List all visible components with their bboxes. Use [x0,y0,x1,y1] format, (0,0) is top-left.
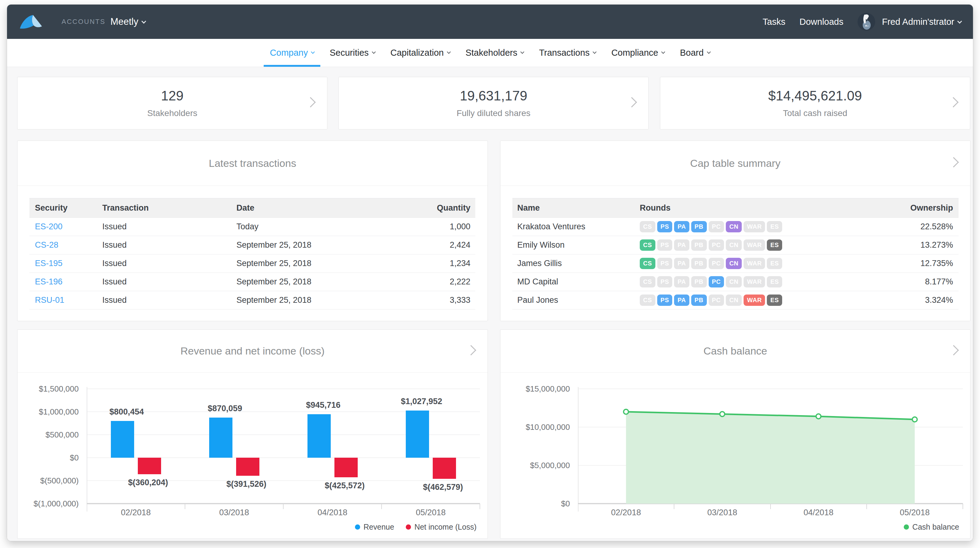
ownership-value: 13.273% [920,236,953,254]
rounds-badges: CSPSPAPBPCCNWARES [640,218,782,236]
table-row: CS-28 Issued September 25, 2018 2,424 [29,236,475,254]
y-axis-tick-label: $(500,000) [21,476,79,485]
security-link[interactable]: RSU-01 [35,291,64,309]
column-header: Date [236,199,255,218]
round-badge-pb: PB [691,221,707,232]
x-axis-label: 04/2018 [788,508,849,517]
tab-stakeholders[interactable]: Stakeholders [460,39,530,67]
round-badge-ps: PS [657,276,673,288]
x-axis-tick [674,504,675,509]
stat-card-stakeholders[interactable]: 129 Stakeholders [17,77,328,130]
brand-logo-icon[interactable] [19,14,43,30]
round-badge-ps: PS [657,258,673,269]
round-badge-war: WAR [744,276,765,288]
x-axis-label: 05/2018 [400,508,461,517]
nav-left: ACCOUNTS Meetly [19,14,145,30]
data-point-marker [912,417,917,422]
round-badge-pb: PB [691,294,707,306]
stat-label: Total cash raised [783,108,847,118]
tab-compliance[interactable]: Compliance [605,39,671,67]
rounds-badges: CSPSPAPBPCCNWARES [640,273,782,291]
y-axis-tick-label: $10,000,000 [503,423,570,432]
round-badge-pc: PC [709,240,724,251]
round-badge-ps: PS [657,294,673,306]
bar-value-label: $(360,204) [111,478,185,488]
stakeholder-name: James Gillis [517,254,562,272]
cap-table-summary-card: Cap table summary Name Rounds Ownership … [500,141,970,321]
security-link[interactable]: CS-28 [35,236,59,254]
cap-table: Name Rounds Ownership Krakatoa Ventures … [512,198,959,310]
user-avatar[interactable] [858,13,875,31]
round-badge-war: WAR [744,258,765,269]
stat-label: Stakeholders [147,108,197,118]
data-point-marker [720,412,725,417]
data-point-marker [816,414,821,419]
chart-legend: Cash balance [500,523,959,532]
stat-value: $14,495,621.09 [768,88,862,103]
stakeholder-name: Krakatoa Ventures [517,218,585,236]
legend-label: Net income (Loss) [414,523,477,532]
chevron-down-icon [520,50,524,54]
y-axis-tick-label: $0 [21,453,79,462]
chevron-down-icon [311,50,315,54]
tab-board[interactable]: Board [674,39,716,67]
legend-dot [406,524,411,530]
chevron-right-icon[interactable] [466,345,476,356]
security-link[interactable]: ES-195 [35,254,62,272]
cash-balance-card: Cash balance $15,000,000$10,000,000$5,00… [500,329,970,539]
round-badge-cs: CS [640,276,655,288]
nav-right: Tasks Downloads Fred Admin'strator [762,13,961,31]
cash-balance-plot [578,389,963,504]
round-badge-war: WAR [744,294,765,306]
stat-card-total-cash-raised[interactable]: $14,495,621.09 Total cash raised [660,77,970,130]
table-row: James Gillis CSPSPAPBPCCNWARES 12.735% [512,254,959,273]
revenue-bar [209,418,232,458]
tasks-link[interactable]: Tasks [762,17,785,27]
legend-dot [355,524,360,530]
round-badge-cn: CN [726,258,742,269]
stat-value: 19,631,179 [460,88,527,103]
column-header: Security [35,199,68,218]
table-row: MD Capital CSPSPAPBPCCNWARES 8.177% [512,273,959,291]
chevron-right-icon[interactable] [948,345,959,356]
table-row: ES-200 Issued Today 1,000 [29,218,475,236]
x-axis-label: 04/2018 [302,508,363,517]
card-title: Cap table summary [690,157,781,169]
round-badge-pb: PB [691,258,707,269]
chevron-down-icon[interactable] [957,19,962,24]
round-badge-es: ES [767,258,782,269]
security-link[interactable]: ES-196 [35,273,62,291]
stat-card-fully-diluted-shares[interactable]: 19,631,179 Fully diluted shares [339,77,649,130]
chevron-down-icon [372,50,376,54]
ownership-value: 3.324% [925,291,953,309]
net-income-bar [138,458,161,474]
tab-transactions[interactable]: Transactions [533,39,602,67]
transactions-table: Security Transaction Date Quantity ES-20… [29,198,475,310]
round-badge-pc: PC [709,276,724,288]
downloads-link[interactable]: Downloads [800,17,843,27]
x-axis-tick [381,504,382,509]
round-badge-pa: PA [674,221,689,232]
chevron-down-icon[interactable] [141,19,146,24]
round-badge-pa: PA [674,276,689,288]
chevron-down-icon [661,50,665,54]
round-badge-cs: CS [640,258,655,269]
tab-capitalization[interactable]: Capitalization [384,39,456,67]
user-menu[interactable]: Fred Admin'strator [882,17,954,27]
revenue-bar [406,411,429,458]
table-header-row: Name Rounds Ownership [512,198,959,218]
tab-company[interactable]: Company [264,39,320,67]
card-header: Latest transactions [18,141,488,186]
bar-value-label: $800,454 [90,407,164,417]
security-link[interactable]: ES-200 [35,218,62,236]
x-axis-label: 02/2018 [595,508,657,517]
revenue-bar [111,421,134,458]
tab-securities[interactable]: Securities [323,39,381,67]
chevron-right-icon[interactable] [948,157,959,167]
account-switcher[interactable]: Meetly [110,16,138,27]
card-header: Cap table summary [500,141,970,186]
round-badge-pa: PA [674,258,689,269]
table-row: ES-196 Issued September 25, 2018 2,222 [29,273,475,291]
legend-label: Cash balance [912,523,959,532]
round-badge-cs: CS [640,240,655,251]
